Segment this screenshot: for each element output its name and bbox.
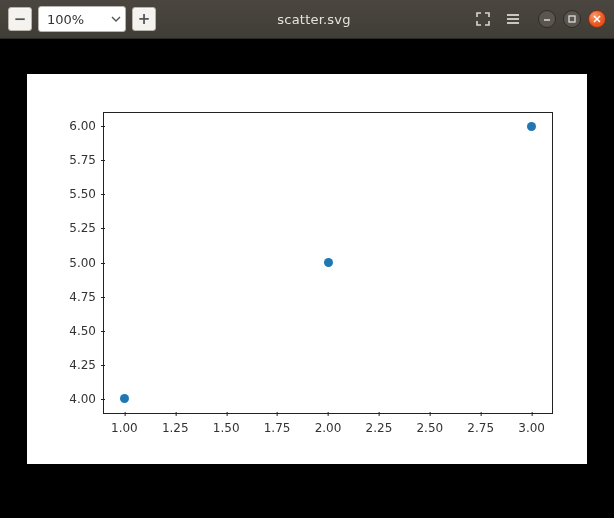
minus-icon: − (14, 12, 27, 27)
y-tick-label: 4.00 (69, 392, 104, 406)
window-title: scatter.svg (162, 12, 466, 27)
x-tick-label: 2.25 (366, 413, 393, 435)
zoom-out-button[interactable]: − (8, 7, 32, 31)
hamburger-icon (505, 11, 521, 27)
scatter-point (120, 394, 129, 403)
figure-canvas: 4.004.254.504.755.005.255.505.756.001.00… (27, 74, 587, 464)
zoom-in-button[interactable]: + (132, 7, 156, 31)
maximize-icon (567, 14, 577, 24)
minimize-button[interactable] (538, 10, 556, 28)
x-tick-label: 2.00 (315, 413, 342, 435)
x-tick-label: 1.75 (264, 413, 291, 435)
maximize-button[interactable] (563, 10, 581, 28)
y-tick-label: 5.00 (69, 256, 104, 270)
y-tick-label: 5.50 (69, 187, 104, 201)
y-tick-label: 6.00 (69, 119, 104, 133)
scatter-plot-axes: 4.004.254.504.755.005.255.505.756.001.00… (103, 112, 553, 414)
image-viewport[interactable]: 4.004.254.504.755.005.255.505.756.001.00… (0, 39, 614, 518)
y-tick-label: 4.25 (69, 358, 104, 372)
svg-rect-4 (569, 16, 575, 22)
fullscreen-button[interactable] (472, 8, 494, 30)
close-button[interactable] (588, 10, 606, 28)
minimize-icon (542, 14, 552, 24)
x-tick-label: 1.50 (213, 413, 240, 435)
scatter-point (527, 122, 536, 131)
zoom-level-dropdown[interactable]: 100% (38, 6, 126, 32)
scatter-point (324, 258, 333, 267)
x-tick-label: 3.00 (518, 413, 545, 435)
x-tick-label: 2.50 (416, 413, 443, 435)
titlebar: − 100% + scatter.svg (0, 0, 614, 39)
menu-button[interactable] (502, 8, 524, 30)
close-icon (592, 14, 602, 24)
y-tick-label: 4.50 (69, 324, 104, 338)
y-tick-label: 5.75 (69, 153, 104, 167)
x-tick-label: 1.00 (111, 413, 138, 435)
plus-icon: + (138, 12, 151, 27)
x-tick-label: 1.25 (162, 413, 189, 435)
chevron-down-icon (111, 12, 121, 27)
app-window: − 100% + scatter.svg (0, 0, 614, 518)
y-tick-label: 4.75 (69, 290, 104, 304)
window-controls (538, 10, 606, 28)
zoom-level-value: 100% (47, 12, 105, 27)
x-tick-label: 2.75 (467, 413, 494, 435)
y-tick-label: 5.25 (69, 221, 104, 235)
titlebar-right-controls (472, 8, 606, 30)
fullscreen-icon (475, 11, 491, 27)
